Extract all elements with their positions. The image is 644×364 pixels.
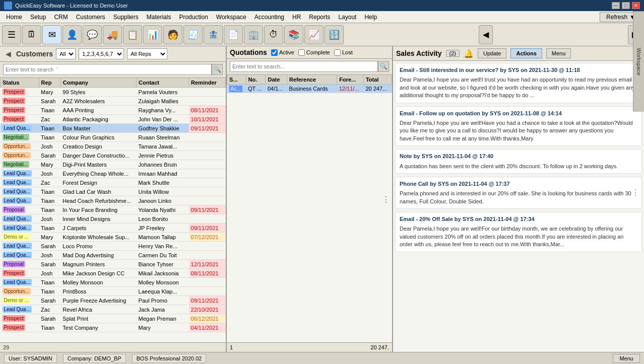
actions-button[interactable]: Actions [510,48,542,58]
reminder-cell [189,160,226,169]
status-cell: Prospect [1,88,39,97]
email-icon-btn[interactable]: ✉ [42,25,61,44]
company-cell: Inner Mind Designs [60,214,136,224]
table-row[interactable]: ProspectMary99 StylesPamela Vouters [1,88,226,97]
menu-hr[interactable]: HR [288,13,305,22]
menu-suppliers[interactable]: Suppliers [109,13,143,22]
workspace-tab[interactable]: Workspace [633,11,644,112]
table-row[interactable]: ProspectSarahSplat PrintMegan Preman06/1… [1,314,226,323]
menu-accounting[interactable]: Accounting [250,13,288,22]
chat-icon-btn[interactable]: 💬 [83,25,102,44]
maximize-button[interactable]: □ [622,2,630,9]
menu-layout[interactable]: Layout [334,13,360,22]
book-icon-btn[interactable]: 📚 [284,25,303,44]
table-row[interactable]: Opportun...TiaanPrintBossLaeequa Klap... [1,287,226,296]
receipt-icon-btn[interactable]: 🧾 [183,25,203,44]
table-row[interactable]: Lead Qua...TiaanBox MasterGodfrey Shakki… [1,124,226,133]
bell-icon[interactable]: 🔔 [464,49,474,58]
gauge-icon-btn[interactable]: 🔢 [325,25,344,44]
status-menu-button[interactable]: Menu [613,354,640,363]
list-item: Phone Call by SYS on 2021-11-04 @ 17:37 … [395,177,642,209]
table-row[interactable]: Ac... QT ... 04/1... Business Cards 12/1… [227,85,392,93]
table-row[interactable]: ProspectTiaanTest CompanyMary04/11/2021 [1,323,226,332]
table-row[interactable]: Lead Qua...ZacRevel AfricaJack Jama22/10… [1,305,226,314]
activity-dots-menu[interactable]: ⋮ [631,187,639,198]
menu-materials[interactable]: Materials [143,13,175,22]
menu-reports[interactable]: Reports [305,13,334,22]
table-row[interactable]: ProspectTiaanAAA PrintingRayghana Vy...0… [1,106,226,115]
menu-icon-btn[interactable]: ☰ [2,25,21,44]
table-row[interactable]: Negotiati...MaryDigi-Print MastersJohann… [1,160,226,169]
table-row[interactable]: Lead Qua...TiaanGlad Lad Car WashUnita W… [1,187,226,196]
table-row[interactable]: Lead Qua...ZacForest DesignMark Shuttle [1,178,226,187]
quotations-search-input[interactable] [230,61,378,72]
complete-checkbox[interactable] [298,49,305,56]
menu-home[interactable]: Home [2,13,26,22]
clock-icon-btn[interactable]: ⏱ [264,25,283,44]
ledger-icon-btn[interactable]: 📊 [143,25,162,44]
chart-icon-btn[interactable]: 📈 [304,25,324,44]
active-checkbox[interactable] [271,49,278,56]
customers-back-arrow[interactable]: ◀ [3,49,13,59]
contact-cell: Megan Preman [137,314,189,323]
person-icon-btn[interactable]: 🧑 [163,25,182,44]
company-cell: AAA Printing [60,106,136,115]
menu-setup[interactable]: Setup [26,13,50,22]
table-row[interactable]: Negotiati...TiaanColour Run GraphicsRuaa… [1,133,226,142]
table-row[interactable]: Demo or ...MaryKriptonite Wholesale Sup.… [1,233,226,242]
bank-icon-btn[interactable]: 🏦 [204,25,223,44]
sales-menu-button[interactable]: Menu [546,48,571,58]
minimize-button[interactable]: — [612,2,620,9]
company-cell: J Carpets [60,224,136,233]
rep-cell: Tiaan [39,278,60,287]
table-row[interactable]: Demo or ...SarahPurple Freeze Advertisin… [1,296,226,305]
activity-list: Email - Still interested in our service?… [393,61,644,352]
table-row[interactable]: Lead Qua...TiaanJ CarpetsJP Freeley09/11… [1,224,226,233]
reminder-cell [189,187,226,196]
list-item: Note by SYS on 2021-11-04 @ 17:40 A quot… [395,149,642,174]
lost-checkbox[interactable] [334,49,341,56]
close-button[interactable]: ✕ [632,2,640,9]
customers-search-button[interactable]: 🔍 [212,64,223,75]
company-cell: Colour Run Graphics [60,133,136,142]
contacts-icon-btn[interactable]: 👤 [62,25,82,44]
table-row[interactable]: ProposalTiaanIn Your Face BrandingYoland… [1,205,226,214]
menu-customers[interactable]: Customers [72,13,109,22]
reminder-cell: 07/12/2021 [189,233,226,242]
quotations-title: Quotations [230,48,267,56]
table-row[interactable]: ProspectJoshMike Jackson Design CCMikail… [1,269,226,278]
table-row[interactable]: Lead Qua...TiaanHead Coach Refurbishme..… [1,196,226,205]
menu-production[interactable]: Production [175,13,212,22]
table-row[interactable]: Lead Qua...JoshInner Mind DesignsLeon Bo… [1,214,226,224]
rep-group-filter[interactable]: 1,2,3,4,5,6,7 [79,48,124,59]
calendar-icon-btn[interactable]: 🗓 [22,25,41,44]
invoice-icon-btn[interactable]: 📄 [224,25,243,44]
menu-help[interactable]: Help [360,13,381,22]
quotations-dots-menu[interactable]: ⋮ [382,195,390,204]
quotations-search-button[interactable]: 🔍 [378,61,389,72]
rep-filter[interactable]: All Reps [127,48,167,59]
table-row[interactable]: Opportun...SarahDanger Dave Constructio.… [1,151,226,160]
quot-col-forecast: Fore... [337,75,364,85]
table-row[interactable]: Lead Qua...JoshMad Dog AdvertisingCarmen… [1,251,226,260]
table-row[interactable]: Opportun...JoshCreatico DesignTamara Jaw… [1,142,226,151]
app-title: QuickEasy Software - Licensed to Demo Us… [15,3,612,9]
back-button[interactable]: ◀ [479,25,493,44]
table-row[interactable]: Lead Qua...TiaanMolley MonsoonMolley Mon… [1,278,226,287]
menu-workspace[interactable]: Workspace [212,13,250,22]
status-filter[interactable]: All [56,48,76,59]
table-row[interactable]: ProspectSarahA2Z WholesalersZulaigah Mal… [1,97,226,106]
delivery-icon-btn[interactable]: 🚚 [103,25,122,44]
update-button[interactable]: Update [478,48,506,58]
notes-icon-btn[interactable]: 📋 [123,25,142,44]
table-row[interactable]: ProspectZacAtlantic PackagingJohn Van De… [1,115,226,124]
org-icon-btn[interactable]: 🏢 [244,25,263,44]
table-row[interactable]: Lead Qua...SarahLoco PromoHenry Van Re..… [1,242,226,251]
reminder-cell [189,133,226,142]
table-row[interactable]: Lead Qua...JoshEverything Cheap Whole...… [1,169,226,178]
customers-search-input[interactable] [3,64,212,75]
table-row[interactable]: ProposalSarahMagnum PrintersBiance Tyhse… [1,260,226,269]
titlebar: QuickEasy Software - Licensed to Demo Us… [0,0,644,11]
menu-crm[interactable]: CRM [50,13,72,22]
reminder-cell [189,251,226,260]
